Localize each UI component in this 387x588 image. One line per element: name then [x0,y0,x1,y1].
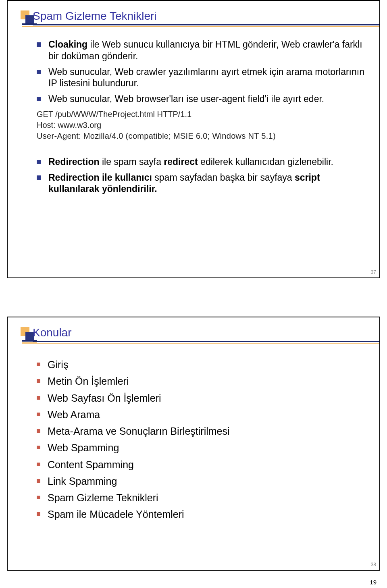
bullet-square-icon [37,379,40,383]
topics-list: Giriş Metin Ön İşlemleri Web Sayfası Ön … [37,359,367,521]
title-underline [33,24,379,27]
list-item-label: Meta-Arama ve Sonuçların Birleştirilmesi [48,425,230,438]
list-item-label: Web Spamming [48,442,119,454]
http-line: User-Agent: Mozilla/4.0 (compatible; MSI… [37,131,379,142]
bullet-square-icon [37,42,41,47]
list-item: Content Spamming [37,459,367,471]
list-item-label: Content Spamming [48,459,134,471]
list-item: Metin Ön İşlemleri [37,375,367,388]
http-line: Host: www.w3.org [37,120,379,131]
overall-page-number: 19 [370,579,377,586]
bullet-item: Cloaking ile Web sunucu kullanıcıya bir … [37,39,367,62]
http-request-block: GET /pub/WWW/TheProject.html HTTP/1.1 Ho… [37,109,379,142]
bullet-item: Web sunucular, Web browser'ları ise user… [37,93,367,105]
bullet-item: Redirection ile kullanıcı spam sayfadan … [37,172,367,195]
list-item: Giriş [37,359,367,371]
bullet-square-icon [37,512,40,516]
slide-1: Spam Gizleme Teknikleri Cloaking ile Web… [7,0,380,278]
content-top: Cloaking ile Web sunucu kullanıcıya bir … [37,39,367,105]
bullet-square-icon [37,496,40,499]
slide-page-number: 37 [371,269,376,275]
list-item: Web Spamming [37,442,367,454]
http-line: GET /pub/WWW/TheProject.html HTTP/1.1 [37,109,379,120]
bullet-square-icon [37,463,40,466]
bullet-square-icon [37,363,40,366]
bullet-square-icon [37,160,41,164]
list-item: Link Spamming [37,475,367,488]
slide-title: Konular [33,326,72,339]
bullet-square-icon [37,429,40,433]
list-item-label: Spam ile Mücadele Yöntemleri [48,508,184,521]
bullet-square-icon [37,413,40,416]
bullet-item: Web sunucular, Web crawler yazılımlarını… [37,66,367,90]
list-item-label: Link Spamming [48,475,117,488]
slide-title-wrap: Konular [21,327,379,351]
list-item: Web Sayfası Ön İşlemleri [37,392,367,405]
bullet-square-icon [37,479,40,483]
bullet-square-icon [37,396,40,400]
title-underline [33,341,379,344]
bullet-item: Redirection ile spam sayfa redirect edil… [37,156,367,168]
bullet-text: Cloaking ile Web sunucu kullanıcıya bir … [48,39,367,62]
bullet-square-icon [37,175,41,180]
slide-title: Spam Gizleme Teknikleri [33,10,157,23]
list-item-label: Web Arama [48,409,100,421]
bullet-text: Redirection ile kullanıcı spam sayfadan … [48,172,367,195]
list-item-label: Metin Ön İşlemleri [48,375,129,388]
bullet-square-icon [37,70,41,74]
list-item-label: Web Sayfası Ön İşlemleri [48,392,161,405]
list-item: Meta-Arama ve Sonuçların Birleştirilmesi [37,425,367,438]
bullet-text: Redirection ile spam sayfa redirect edil… [48,156,333,168]
slide-page-number: 38 [371,562,376,567]
list-item: Spam ile Mücadele Yöntemleri [37,508,367,521]
list-item: Spam Gizleme Teknikleri [37,492,367,504]
slide-2: Konular Giriş Metin Ön İşlemleri Web Say… [7,317,380,571]
bullet-square-icon [37,446,40,449]
bullet-square-icon [37,97,41,101]
list-item-label: Giriş [48,359,68,371]
list-item-label: Spam Gizleme Teknikleri [48,492,158,504]
bullet-text: Web sunucular, Web browser'ları ise user… [48,93,324,105]
slide-title-wrap: Spam Gizleme Teknikleri [21,10,379,35]
bullet-text: Web sunucular, Web crawler yazılımlarını… [48,66,367,90]
content-bottom: Redirection ile spam sayfa redirect edil… [37,156,367,195]
list-item: Web Arama [37,409,367,421]
